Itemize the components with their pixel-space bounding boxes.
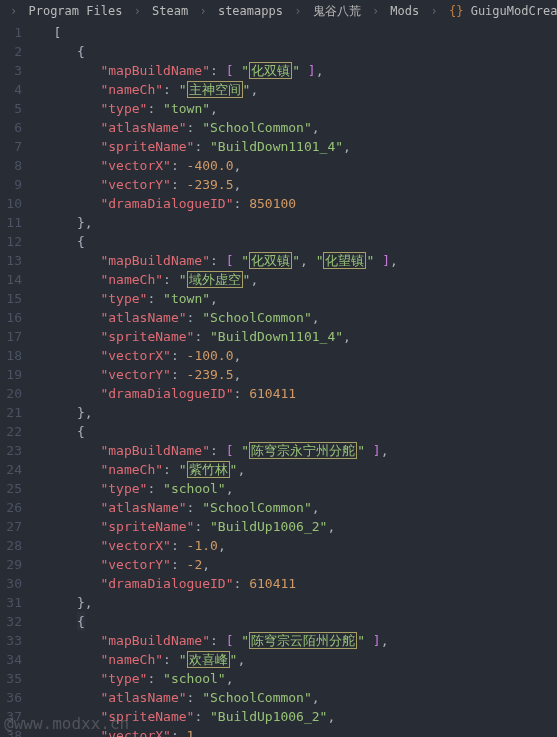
code-content[interactable]: [ { "mapBuildName": [ "化双镇" ], "nameCh":… [30, 23, 557, 737]
code-editor[interactable]: 1234567891011121314151617181920212223242… [0, 23, 557, 737]
breadcrumb[interactable]: › Program Files › Steam › steamapps › 鬼谷… [0, 0, 557, 23]
line-gutter: 1234567891011121314151617181920212223242… [0, 23, 30, 737]
json-icon: {} [449, 4, 463, 18]
